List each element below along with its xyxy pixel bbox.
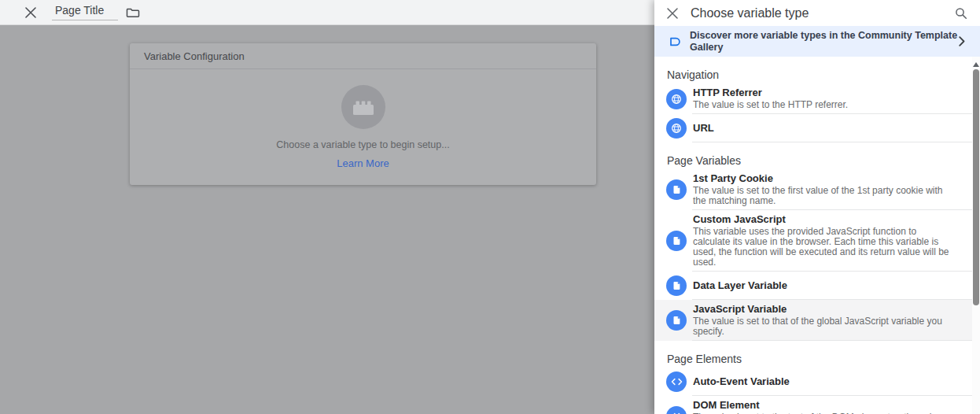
document-icon [666,231,687,251]
card-title: Variable Configuration [130,43,596,69]
panel-close-icon[interactable] [667,8,678,19]
variable-type-row[interactable]: Auto-Event Variable [654,368,972,396]
variable-type-description: The value is set to the HTTP referrer. [693,100,848,110]
page-title-input[interactable]: Page Title [52,4,118,20]
section-label-page-variables: Page Variables [654,142,972,169]
variable-type-title: 1st Party Cookie [693,173,952,184]
variable-type-row[interactable]: Custom JavaScriptThis variable uses the … [654,210,972,272]
choose-variable-type-panel: Choose variable type Discover more varia… [654,0,980,414]
code-icon [666,406,687,414]
variable-type-row[interactable]: 1st Party CookieThe value is set to the … [654,169,972,210]
variable-type-description: The value is set to the first value of t… [693,186,952,206]
variable-type-row[interactable]: Data Layer Variable [654,272,972,300]
scroll-up-arrow-icon[interactable] [973,62,979,67]
community-gallery-banner[interactable]: Discover more variable types in the Comm… [654,26,980,57]
panel-title: Choose variable type [691,6,809,20]
globe-icon [666,118,687,139]
variable-type-title: URL [693,123,714,134]
close-icon[interactable] [25,7,36,18]
template-gallery-icon [668,35,682,49]
variable-type-title: HTTP Referrer [693,87,848,98]
panel-header: Choose variable type [654,0,980,26]
variable-type-title: Auto-Event Variable [693,376,790,387]
variable-type-row[interactable]: URL [654,114,972,142]
chevron-right-icon [959,36,965,46]
code-icon [666,371,687,392]
learn-more-link[interactable]: Learn More [337,157,389,169]
variable-type-row[interactable]: DOM ElementThe value is set to the text … [654,396,972,414]
variable-type-description: The value is set to that of the global J… [693,316,952,337]
folder-icon[interactable] [126,6,140,18]
section-label-navigation: Navigation [654,57,972,83]
scrollbar-thumb[interactable] [973,69,979,305]
editor-topbar: Page Title [0,0,654,25]
document-icon [666,179,687,200]
variable-type-title: DOM Element [693,400,952,411]
variable-type-row[interactable]: JavaScript VariableThe value is set to t… [654,300,972,341]
variable-type-description: This variable uses the provided JavaScri… [693,227,952,268]
variable-placeholder-icon [341,85,385,129]
document-icon [666,275,687,296]
variable-type-title: Custom JavaScript [693,214,952,225]
search-icon[interactable] [955,7,967,20]
variable-type-title: Data Layer Variable [693,280,787,291]
section-label-page-elements: Page Elements [654,341,972,368]
workspace-dimmed-area: Variable Configuration Choose a variable… [0,25,654,414]
variable-type-list: NavigationHTTP ReferrerThe value is set … [654,57,972,414]
variable-configuration-card: Variable Configuration Choose a variable… [130,43,596,185]
banner-text: Discover more variable types in the Comm… [690,30,959,54]
globe-icon [666,89,687,109]
variable-type-row[interactable]: HTTP ReferrerThe value is set to the HTT… [654,83,972,114]
variable-type-title: JavaScript Variable [693,304,952,315]
document-icon [666,310,687,331]
setup-placeholder-text: Choose a variable type to begin setup... [276,139,449,150]
panel-scrollbar[interactable] [972,57,980,414]
